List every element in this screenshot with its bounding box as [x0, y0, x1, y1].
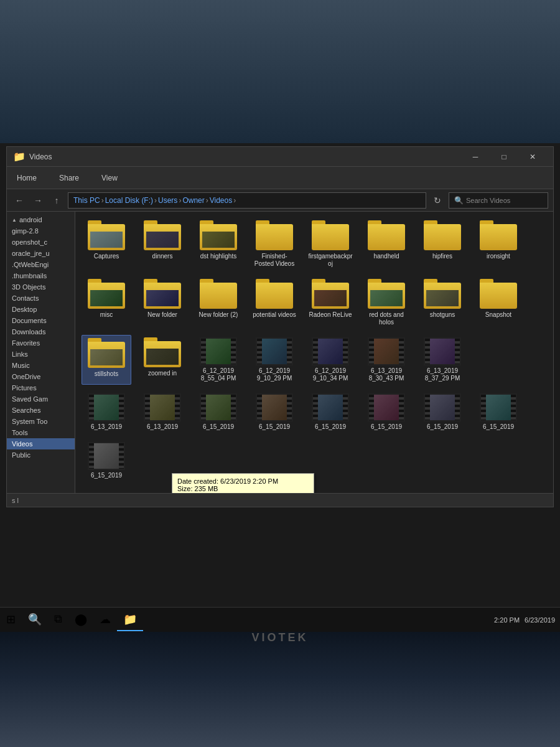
- folder-misc[interactable]: misc: [82, 276, 131, 329]
- video-6133[interactable]: 6_13_2019: [82, 391, 131, 433]
- sidebar-item-desktop[interactable]: Desktop: [7, 304, 75, 315]
- sidebar-item-3dobjects[interactable]: 3D Objects: [7, 281, 75, 293]
- folder-label-misc: misc: [100, 311, 113, 319]
- video-6123[interactable]: 6_12_20199_10_34 PM: [306, 335, 355, 385]
- path-localdisk[interactable]: Local Disk (F:): [105, 196, 153, 205]
- up-button[interactable]: ↑: [49, 193, 64, 208]
- folder-dinners[interactable]: dinners: [138, 218, 187, 270]
- folder-hipfires[interactable]: hipfires: [418, 218, 467, 270]
- folder-zoomedin[interactable]: zoomed in: [138, 335, 187, 385]
- video-thumb-6151: [200, 393, 237, 421]
- video-6122[interactable]: 6_12_20199_10_29 PM: [250, 335, 299, 385]
- video-6134[interactable]: 6_13_2019: [138, 391, 187, 433]
- folder-radeon[interactable]: Radeon ReLive: [306, 276, 355, 329]
- search-taskbar-icon: 🔍: [28, 613, 42, 626]
- minimize-button[interactable]: ─: [461, 147, 490, 167]
- sidebar-item-searches[interactable]: Searches: [7, 405, 75, 416]
- search-box[interactable]: 🔍 Search Videos: [449, 192, 548, 209]
- folder-icon-newfolder2: [200, 279, 237, 309]
- video-6132[interactable]: 6_13_20198_37_29 PM: [418, 335, 467, 385]
- path-videos[interactable]: Videos: [210, 196, 232, 205]
- folder-reddots[interactable]: red dots and holos: [362, 276, 411, 329]
- sidebar-label-music: Music: [12, 362, 30, 369]
- folder-firstgame[interactable]: firstgamebackproj: [306, 218, 355, 270]
- address-bar: ← → ↑ This PC › Local Disk (F:) › Users …: [7, 189, 553, 212]
- cloud-icon: ☁: [100, 613, 111, 626]
- video-thumb-6122: [256, 337, 293, 365]
- sidebar-item-oracle[interactable]: oracle_jre_u: [7, 248, 75, 259]
- video-6155[interactable]: 6_15_2019: [418, 391, 467, 433]
- sidebar-item-downloads[interactable]: Downloads: [7, 326, 75, 337]
- video-thumb-6157: [88, 442, 125, 470]
- sidebar-item-systemtools[interactable]: System Too: [7, 416, 75, 427]
- sidebar-item-tools[interactable]: Tools: [7, 427, 75, 438]
- sidebar-item-android[interactable]: ▲ android: [7, 214, 75, 225]
- sidebar-label-savedgames: Saved Gam: [12, 395, 48, 403]
- path-owner[interactable]: Owner: [182, 196, 204, 205]
- folder-newfolder[interactable]: New folder: [138, 276, 187, 329]
- status-bar: s l: [7, 493, 553, 507]
- address-path[interactable]: This PC › Local Disk (F:) › Users › Owne…: [68, 192, 426, 209]
- sidebar-item-openshot[interactable]: openshot_c: [7, 237, 75, 248]
- folder-shotguns[interactable]: shotguns: [418, 276, 467, 329]
- video-label-6132: 6_13_20198_37_29 PM: [425, 367, 460, 382]
- video-6152[interactable]: 6_15_2019: [250, 391, 299, 433]
- path-users[interactable]: Users: [158, 196, 177, 205]
- close-button[interactable]: ✕: [518, 147, 547, 167]
- folder-handheld[interactable]: handheld: [362, 218, 411, 270]
- search-taskbar-button[interactable]: 🔍: [22, 609, 48, 631]
- start-button[interactable]: ⊞: [0, 609, 22, 631]
- folder-label-zoomedin: zoomed in: [148, 370, 177, 377]
- video-6154[interactable]: 6_15_2019: [362, 391, 411, 433]
- explorer-icon: 📁: [123, 613, 137, 626]
- sidebar-item-pictures[interactable]: Pictures: [7, 382, 75, 393]
- sidebar-label-videos: Videos: [12, 440, 32, 448]
- folders-row-1: Captures dinners: [82, 218, 547, 270]
- folder-finished[interactable]: Finished-Posted Videos: [250, 218, 299, 270]
- cloud-taskbar[interactable]: ☁: [93, 609, 117, 631]
- folder-newfolder2[interactable]: New folder (2): [194, 276, 243, 329]
- folder-label-ironsight: ironsight: [487, 253, 510, 260]
- folder-potential[interactable]: potential videos: [250, 276, 299, 329]
- video-6121[interactable]: 6_12_20198_55_04 PM: [194, 335, 243, 385]
- maximize-button[interactable]: □: [490, 147, 518, 167]
- sidebar-item-links[interactable]: Links: [7, 349, 75, 360]
- folder-snapshot[interactable]: Snapshot: [474, 276, 523, 329]
- folder-ironsight[interactable]: ironsight: [474, 218, 523, 270]
- refresh-button[interactable]: ↻: [430, 193, 445, 208]
- sidebar-label-android: android: [19, 216, 42, 223]
- ribbon-tab-view[interactable]: View: [96, 171, 123, 185]
- folder-icon-snapshot: [480, 279, 517, 309]
- path-thispc[interactable]: This PC: [73, 196, 100, 205]
- video-6157[interactable]: 6_15_2019: [82, 439, 131, 482]
- sidebar-item-savedgames[interactable]: Saved Gam: [7, 393, 75, 405]
- sidebar-item-qtwebeng[interactable]: .QtWebEngi: [7, 259, 75, 270]
- ribbon-tab-home[interactable]: Home: [12, 171, 42, 185]
- video-6131[interactable]: 6_13_20198_30_43 PM: [362, 335, 411, 385]
- explorer-taskbar[interactable]: 📁: [117, 609, 143, 631]
- sidebar-item-public[interactable]: Public: [7, 449, 75, 461]
- folder-dst[interactable]: dst highlights: [194, 218, 243, 270]
- back-button[interactable]: ←: [12, 193, 27, 208]
- forward-button[interactable]: →: [30, 193, 45, 208]
- chrome-taskbar[interactable]: ⬤: [68, 609, 93, 631]
- sidebar-item-onedrive[interactable]: OneDrive: [7, 371, 75, 382]
- sidebar-item-music[interactable]: Music: [7, 360, 75, 371]
- video-6153[interactable]: 6_15_2019: [306, 391, 355, 433]
- sidebar-item-documents[interactable]: Documents: [7, 315, 75, 326]
- sidebar-item-thumbnails[interactable]: .thumbnails: [7, 270, 75, 281]
- folder-captures[interactable]: Captures: [82, 218, 131, 270]
- folder-label-shotguns: shotguns: [430, 311, 455, 319]
- sidebar-item-contacts[interactable]: Contacts: [7, 293, 75, 304]
- sidebar-item-gimp[interactable]: gimp-2.8: [7, 225, 75, 237]
- video-6156[interactable]: 6_15_2019: [474, 391, 523, 433]
- taskview-button[interactable]: ⧉: [48, 609, 68, 631]
- sidebar-item-videos[interactable]: Videos: [7, 438, 75, 449]
- ribbon-tab-share[interactable]: Share: [54, 171, 84, 185]
- sidebar-label-onedrive: OneDrive: [12, 373, 40, 380]
- folder-stillshots[interactable]: stillshots: [82, 335, 131, 385]
- folder-label-stillshots: stillshots: [95, 370, 118, 378]
- sidebar-item-favorites[interactable]: Favorites: [7, 337, 75, 349]
- viotek-label: VIOTEK: [251, 631, 308, 644]
- video-6151[interactable]: 6_15_2019: [194, 391, 243, 433]
